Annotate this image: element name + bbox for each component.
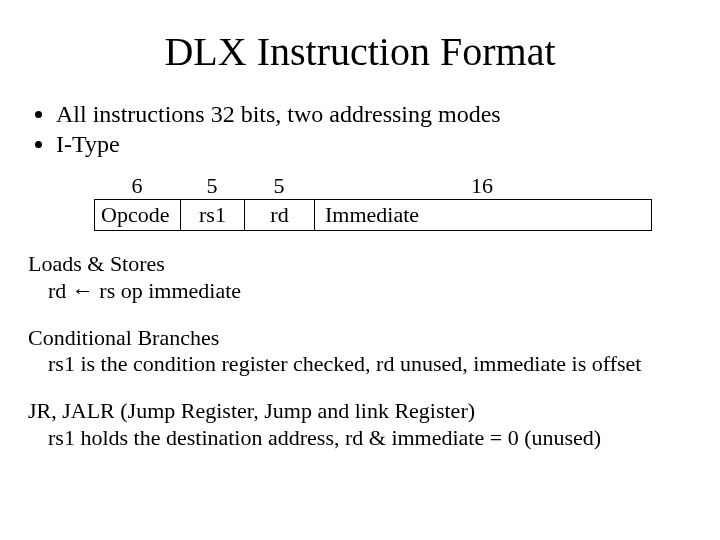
field-imm: Immediate xyxy=(315,200,651,230)
bitwidth-rs1: 5 xyxy=(180,173,244,199)
bitwidth-rd: 5 xyxy=(244,173,314,199)
conditional-branches-section: Conditional Branches rs1 is the conditio… xyxy=(28,325,692,379)
section-heading: JR, JALR (Jump Register, Jump and link R… xyxy=(28,398,692,425)
section-heading: Conditional Branches xyxy=(28,325,692,352)
bitwidth-opcode: 6 xyxy=(94,173,180,199)
field-opcode: Opcode xyxy=(95,200,181,230)
section-body: rs1 is the condition register checked, r… xyxy=(28,351,692,378)
field-name-row: Opcode rs1 rd Immediate xyxy=(94,199,652,231)
section-body: rd ← rs op immediate xyxy=(28,278,692,305)
slide-title: DLX Instruction Format xyxy=(28,28,692,75)
instruction-format: 6 5 5 16 Opcode rs1 rd Immediate xyxy=(94,173,692,231)
slide: DLX Instruction Format All instructions … xyxy=(0,0,720,540)
field-rs1: rs1 xyxy=(181,200,245,230)
bullet-list: All instructions 32 bits, two addressing… xyxy=(28,99,692,159)
bullet-item: All instructions 32 bits, two addressing… xyxy=(56,99,692,129)
loads-stores-section: Loads & Stores rd ← rs op immediate xyxy=(28,251,692,305)
bitwidth-imm: 16 xyxy=(314,173,650,199)
bullet-item: I-Type xyxy=(56,129,692,159)
section-body: rs1 holds the destination address, rd & … xyxy=(28,425,692,452)
jump-register-section: JR, JALR (Jump Register, Jump and link R… xyxy=(28,398,692,452)
body-text: rd xyxy=(48,278,72,303)
body-text: rs op immediate xyxy=(94,278,241,303)
section-heading: Loads & Stores xyxy=(28,251,692,278)
field-rd: rd xyxy=(245,200,315,230)
bit-width-row: 6 5 5 16 xyxy=(94,173,692,199)
left-arrow-icon: ← xyxy=(72,278,94,303)
